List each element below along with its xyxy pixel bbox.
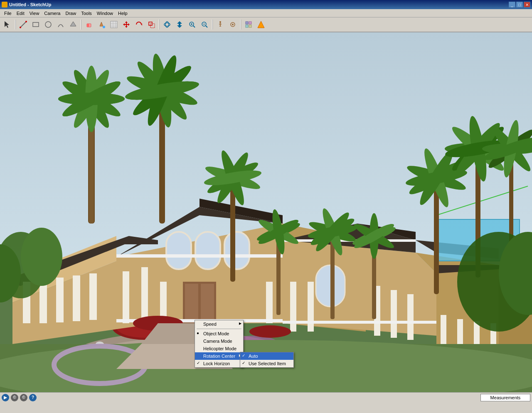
components-tool[interactable] bbox=[243, 19, 254, 30]
status-play-icon[interactable]: ▶ bbox=[2, 394, 9, 401]
measurements-box[interactable]: Measurements bbox=[480, 394, 530, 401]
menu-edit[interactable]: Edit bbox=[14, 10, 27, 17]
menu-bar: File Edit View Camera Draw Tools Window … bbox=[0, 9, 532, 17]
menu-file[interactable]: File bbox=[2, 10, 14, 17]
svg-rect-85 bbox=[290, 282, 296, 332]
zoom-tool[interactable] bbox=[186, 19, 198, 30]
svg-rect-7 bbox=[87, 24, 89, 27]
svg-rect-86 bbox=[308, 282, 314, 332]
ctx-lock-horizon[interactable]: Lock Horizon bbox=[195, 360, 243, 367]
context-menu[interactable]: Speed Object Mode Camera Mode Helicopter… bbox=[195, 320, 244, 368]
materials-tool[interactable] bbox=[255, 19, 267, 30]
status-bar: ▶ © © ? Measurements bbox=[0, 392, 532, 402]
title-controls: _ □ ✕ bbox=[509, 2, 530, 7]
svg-rect-16 bbox=[150, 24, 155, 28]
svg-marker-5 bbox=[70, 22, 76, 26]
title-label: Untitled - SketchUp bbox=[9, 2, 51, 7]
look-tool[interactable] bbox=[227, 19, 239, 30]
paint-tool[interactable] bbox=[96, 19, 107, 30]
svg-rect-63 bbox=[195, 232, 220, 269]
ctx-speed[interactable]: Speed bbox=[195, 320, 243, 328]
svg-rect-70 bbox=[201, 284, 214, 321]
svg-rect-29 bbox=[246, 22, 248, 24]
menu-help[interactable]: Help bbox=[116, 10, 130, 17]
scene-3d bbox=[0, 32, 532, 402]
status-copy-icon[interactable]: © bbox=[20, 394, 27, 401]
svg-line-0 bbox=[20, 22, 26, 27]
toolbar-separator-4 bbox=[212, 20, 213, 30]
sub-use-selected[interactable]: Use Selected Item bbox=[240, 360, 293, 367]
close-button[interactable]: ✕ bbox=[524, 2, 530, 7]
svg-rect-3 bbox=[33, 22, 39, 27]
toolbar-separator-5 bbox=[240, 20, 241, 30]
svg-rect-9 bbox=[111, 21, 117, 28]
rotate-tool[interactable] bbox=[133, 19, 145, 30]
svg-marker-33 bbox=[258, 21, 264, 28]
scale-tool[interactable] bbox=[145, 19, 157, 30]
svg-point-28 bbox=[232, 24, 234, 25]
orbit-tool[interactable] bbox=[161, 19, 173, 30]
menu-camera[interactable]: Camera bbox=[42, 10, 63, 17]
svg-rect-31 bbox=[246, 25, 248, 27]
status-cc-icon[interactable]: © bbox=[11, 394, 18, 401]
toolbar-separator-1 bbox=[15, 20, 16, 30]
svg-rect-32 bbox=[249, 25, 251, 27]
menu-window[interactable]: Window bbox=[94, 10, 116, 17]
svg-rect-55 bbox=[56, 278, 64, 322]
make-face-tool[interactable] bbox=[67, 19, 79, 30]
svg-rect-69 bbox=[185, 284, 198, 321]
svg-rect-74 bbox=[266, 282, 273, 323]
status-help-icon[interactable]: ? bbox=[29, 394, 37, 401]
ctx-helicopter-mode[interactable]: Helicopter Mode bbox=[195, 345, 243, 352]
menu-view[interactable]: View bbox=[27, 10, 42, 17]
ctx-camera-mode[interactable]: Camera Mode bbox=[195, 337, 243, 345]
svg-point-1 bbox=[20, 27, 21, 28]
sub-auto[interactable]: Auto bbox=[240, 352, 293, 360]
svg-point-8 bbox=[103, 26, 105, 28]
svg-point-2 bbox=[25, 21, 27, 22]
svg-point-4 bbox=[45, 22, 51, 27]
select-tool[interactable] bbox=[2, 19, 13, 30]
pan-tool[interactable] bbox=[174, 19, 185, 30]
measurements-label: Measurements bbox=[490, 395, 521, 400]
svg-rect-62 bbox=[166, 232, 191, 269]
svg-rect-97 bbox=[283, 321, 436, 324]
status-icons: ▶ © © ? bbox=[2, 394, 37, 401]
zoom-extents-tool[interactable] bbox=[199, 19, 210, 30]
toolbar bbox=[0, 17, 532, 32]
menu-draw[interactable]: Draw bbox=[63, 10, 79, 17]
svg-point-170 bbox=[249, 325, 291, 338]
svg-point-26 bbox=[219, 21, 221, 23]
ctx-rotation-center[interactable]: Rotation Center bbox=[195, 352, 243, 360]
svg-rect-76 bbox=[116, 254, 283, 258]
svg-line-20 bbox=[193, 26, 195, 27]
svg-rect-57 bbox=[89, 273, 97, 320]
minimize-button[interactable]: _ bbox=[509, 2, 515, 7]
svg-point-163 bbox=[21, 228, 62, 286]
circle-tool[interactable] bbox=[42, 19, 54, 30]
title-bar: Untitled - SketchUp _ □ ✕ bbox=[0, 0, 532, 9]
svg-rect-30 bbox=[249, 22, 251, 24]
title-text: Untitled - SketchUp bbox=[2, 2, 51, 7]
texture-tool[interactable] bbox=[108, 19, 120, 30]
move-tool[interactable] bbox=[121, 19, 132, 30]
svg-rect-89 bbox=[407, 294, 414, 340]
submenu[interactable]: Auto Use Selected Item bbox=[240, 352, 294, 368]
maximize-button[interactable]: □ bbox=[516, 2, 523, 7]
ctx-separator bbox=[197, 329, 241, 329]
eraser-tool[interactable] bbox=[83, 19, 95, 30]
svg-rect-54 bbox=[39, 280, 47, 323]
line-tool[interactable] bbox=[17, 19, 29, 30]
arc-tool[interactable] bbox=[55, 19, 66, 30]
walk-tool[interactable] bbox=[214, 19, 226, 30]
ctx-object-mode[interactable]: Object Mode bbox=[195, 330, 243, 337]
viewport[interactable]: Speed Object Mode Camera Mode Helicopter… bbox=[0, 32, 532, 402]
rectangle-tool[interactable] bbox=[30, 19, 42, 30]
svg-point-111 bbox=[58, 93, 125, 105]
svg-rect-56 bbox=[73, 275, 80, 321]
menu-tools[interactable]: Tools bbox=[79, 10, 94, 17]
svg-rect-64 bbox=[224, 232, 249, 269]
svg-line-24 bbox=[206, 26, 207, 27]
svg-point-17 bbox=[164, 23, 170, 26]
svg-rect-72 bbox=[141, 267, 148, 321]
